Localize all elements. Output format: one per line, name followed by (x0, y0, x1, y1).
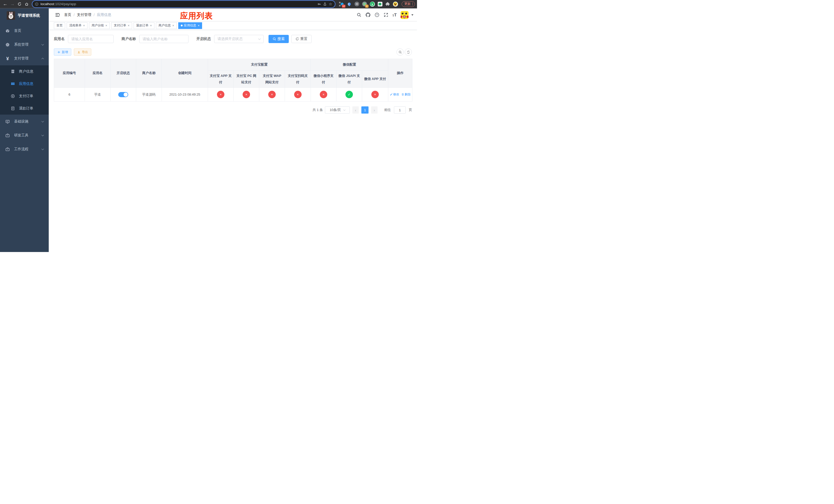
breadcrumb-payment[interactable]: 支付管理 (77, 13, 91, 17)
close-icon[interactable]: × (172, 24, 174, 27)
browser-reload-icon[interactable] (16, 1, 23, 7)
github-icon[interactable] (366, 12, 371, 18)
sidebar-item-home[interactable]: 首页 (0, 24, 49, 38)
edit-link[interactable]: 修改 (390, 92, 399, 97)
col-actions: 操作 (388, 59, 412, 88)
close-icon[interactable]: × (150, 24, 152, 27)
page-unit-label: 页 (409, 108, 412, 112)
tab-home[interactable]: 首页 (54, 22, 65, 29)
breadcrumb-home[interactable]: 首页 (64, 13, 71, 17)
close-icon[interactable]: × (105, 24, 107, 27)
pencil-icon (390, 93, 393, 96)
cell-merchant: 芋道源码 (136, 88, 162, 101)
browser-update-menu[interactable]: 更新 (402, 1, 415, 7)
close-icon[interactable]: × (198, 24, 199, 27)
fullscreen-icon[interactable] (383, 12, 389, 18)
grid-icon (11, 82, 15, 86)
channel-status-icon: × (217, 91, 224, 98)
tab-refund-orders[interactable]: 退款订单× (134, 22, 154, 29)
extension-emoji-icon[interactable] (393, 2, 398, 7)
col-wx-jsapi: 微信 JSAPI 支付 (336, 71, 362, 88)
sidebar-logo[interactable]: 芋道管理系统 (0, 8, 49, 22)
sidebar-item-payment[interactable]: ¥ 支付管理 (0, 51, 49, 65)
goto-page-input[interactable] (394, 107, 406, 114)
status-toggle[interactable] (118, 92, 128, 97)
status-label: 开启状态 (196, 37, 211, 41)
update-label: 更新 (404, 2, 411, 6)
sidebar-item-infrastructure[interactable]: 基础设施 (0, 115, 49, 129)
refresh-icon (295, 37, 299, 41)
cell-wx-jsapi: ✓ (336, 88, 362, 101)
channel-status-icon: × (371, 91, 379, 98)
reset-button[interactable]: 重置 (291, 35, 312, 43)
sidebar-item-refund-orders[interactable]: 退款订单 (0, 102, 49, 115)
page-number-1[interactable]: 1 (361, 107, 369, 114)
search-button[interactable]: 搜索 (268, 35, 289, 43)
cell-wx-lite: × (311, 88, 336, 101)
user-avatar[interactable] (401, 11, 409, 19)
sidebar-item-pay-orders[interactable]: 支付订单 (0, 90, 49, 102)
tab-process-form[interactable]: 流程表单× (67, 22, 87, 29)
avatar-caret-icon[interactable] (411, 14, 413, 16)
cell-status (111, 88, 136, 101)
add-button[interactable]: 新增 (54, 48, 71, 55)
extension-command-icon[interactable]: ⌘ (354, 2, 359, 7)
top-navbar: 首页 / 支付管理 / 应用信息 应用列表 ? T (49, 8, 417, 21)
merchant-name-input[interactable] (139, 35, 189, 43)
tab-pay-orders[interactable]: 支付订单× (111, 22, 132, 29)
sidebar-item-merchant-info[interactable]: 商户信息 (0, 65, 49, 78)
channel-status-icon: × (268, 91, 276, 98)
share-icon[interactable] (323, 2, 327, 6)
col-alipay-qr: 支付宝扫码支付 (285, 71, 311, 88)
tab-app-info[interactable]: 应用信息× (178, 22, 202, 29)
sidebar-collapse-icon[interactable] (55, 12, 60, 18)
document-icon (11, 107, 15, 111)
extension-recorder-icon[interactable]: 1 (362, 2, 367, 7)
trash-icon (401, 93, 404, 96)
prev-page-button[interactable]: ‹ (352, 107, 359, 114)
page-size-select[interactable]: 10条/页 (325, 107, 350, 114)
hide-search-button[interactable] (396, 48, 404, 55)
help-icon[interactable]: ? (374, 12, 379, 18)
tab-user-group[interactable]: 用户分组× (89, 22, 110, 29)
app-name-input[interactable] (68, 35, 114, 43)
cell-created: 2021-10-23 08:49:25 (162, 88, 208, 101)
font-size-icon[interactable]: TT (392, 13, 397, 17)
payment-submenu: 商户信息 应用信息 支付订单 (0, 65, 49, 115)
extension-pin-icon[interactable] (347, 2, 352, 7)
sidebar-item-dev-tools[interactable]: 研发工具 (0, 129, 49, 142)
password-key-icon[interactable] (317, 2, 321, 6)
next-page-button[interactable]: › (371, 107, 377, 114)
site-info-icon[interactable] (35, 2, 39, 6)
close-icon[interactable]: × (128, 24, 130, 27)
close-icon[interactable]: × (83, 24, 85, 27)
extension-axure-icon[interactable]: 10 (339, 2, 344, 7)
status-select[interactable]: 请选择开启状态 (214, 35, 264, 43)
breadcrumb-separator: / (94, 13, 95, 17)
sidebar-item-system[interactable]: 系统管理 (0, 38, 49, 51)
col-app-id: 应用编号 (54, 59, 85, 88)
table-toolbar: 新增 导出 (54, 48, 412, 55)
extensions-puzzle-icon[interactable] (385, 2, 390, 7)
extension-chat-icon[interactable] (377, 2, 382, 7)
extension-yuque-icon[interactable]: y (370, 2, 375, 7)
url-text: localhost:1024/pay/app (41, 2, 315, 6)
col-alipay-wap: 支付宝 WAP 网站支付 (259, 71, 285, 88)
monitor-icon (5, 119, 10, 124)
browser-home-icon[interactable] (24, 1, 30, 7)
search-icon[interactable] (356, 12, 361, 18)
bookmark-star-icon[interactable]: ☆ (329, 2, 332, 6)
export-button[interactable]: 导出 (74, 48, 91, 55)
filter-form: 应用名 商户名称 开启状态 请选择开启状态 搜索 重置 (54, 35, 417, 43)
col-wx-lite: 微信小程序支付 (311, 71, 336, 88)
address-bar[interactable]: localhost:1024/pay/app ☆ (32, 1, 335, 7)
refresh-table-button[interactable] (405, 48, 412, 55)
browser-forward-icon[interactable]: → (9, 1, 15, 7)
sidebar-item-app-info[interactable]: 应用信息 (0, 78, 49, 90)
store-icon (11, 69, 15, 74)
delete-link[interactable]: 删除 (401, 92, 411, 97)
tab-merchant-info[interactable]: 商户信息× (156, 22, 177, 29)
browser-back-icon[interactable]: ← (2, 1, 8, 7)
col-merchant: 商户名称 (136, 59, 162, 88)
sidebar-item-workflow[interactable]: 工作流程 (0, 142, 49, 156)
